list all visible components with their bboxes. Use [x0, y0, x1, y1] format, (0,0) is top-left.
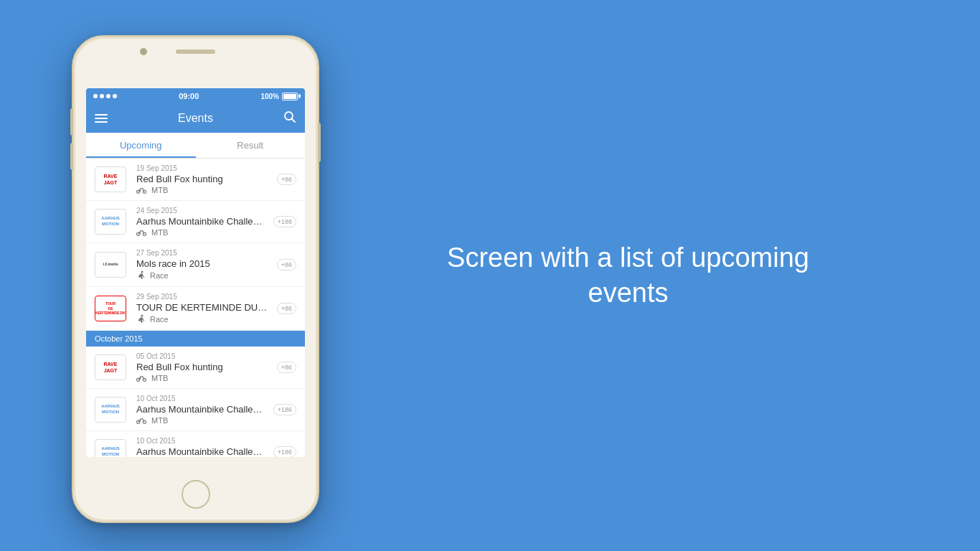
status-right: 100%: [260, 93, 298, 100]
phone-wrapper: 09:00 100% Events: [72, 35, 319, 523]
event-date: 29 Sep 2015: [136, 293, 270, 301]
promo-text-container: Screen with a list of upcoming events: [319, 240, 980, 311]
event-item[interactable]: TOURDEKERTEMINDE.DK 29 Sep 2015 TOUR DE …: [86, 287, 305, 331]
menu-line-3: [95, 121, 108, 123]
event-logo: i.f.mols: [95, 252, 129, 278]
svg-line-1: [291, 118, 295, 122]
event-logo: RAVEJAGT: [95, 354, 129, 380]
svg-point-13: [141, 315, 143, 317]
battery-percent: 100%: [260, 93, 279, 100]
logo-image: TOURDEKERTEMINDE.DK: [95, 296, 126, 321]
logo-image: RAVEJAGT: [95, 166, 126, 192]
logo-image: AARHUSMOTION: [95, 397, 126, 423]
home-button[interactable]: [182, 480, 210, 509]
event-type: Race: [136, 314, 270, 324]
event-badge: +186: [273, 446, 296, 457]
event-type: MTB: [136, 228, 266, 237]
menu-line-2: [95, 118, 108, 119]
event-type-label: Race: [150, 315, 169, 324]
event-item[interactable]: AARHUSMOTION 24 Sep 2015 Aarhus Mountain…: [86, 201, 305, 243]
signal-dot-2: [100, 94, 104, 98]
svg-line-15: [143, 319, 144, 321]
svg-point-5: [142, 188, 143, 189]
speaker: [176, 50, 215, 54]
search-button[interactable]: [283, 110, 296, 127]
event-date: 24 Sep 2015: [136, 207, 266, 215]
event-badge: +186: [273, 216, 296, 227]
tab-bar: Upcoming Result: [86, 133, 305, 159]
app-title: Events: [178, 112, 213, 125]
event-info: 29 Sep 2015 TOUR DE KERTEMINDE DURING...…: [136, 293, 270, 324]
events-list[interactable]: RAVEJAGT 19 Sep 2015 Red Bull Fox huntin…: [86, 159, 305, 457]
event-date: 05 Oct 2015: [136, 352, 270, 360]
phone-mockup: 09:00 100% Events: [72, 35, 319, 523]
event-info: 05 Oct 2015 Red Bull Fox hunting MTB: [136, 352, 270, 382]
event-badge: +86: [277, 174, 296, 185]
svg-line-12: [143, 276, 144, 278]
power-button: [318, 123, 321, 162]
event-info: 10 Oct 2015 Aarhus Mountainbike Challeng…: [136, 395, 266, 425]
phone-screen: 09:00 100% Events: [86, 88, 305, 457]
logo-image: i.f.mols: [95, 252, 126, 278]
volume-down-button: [70, 143, 73, 170]
event-date: 19 Sep 2015: [136, 164, 270, 172]
event-item[interactable]: AARHUSMOTION 10 Oct 2015 Aarhus Mountain…: [86, 389, 305, 431]
event-logo: TOURDEKERTEMINDE.DK: [95, 296, 129, 321]
event-item[interactable]: i.f.mols 27 Sep 2015 Mols race in 2015 R…: [86, 243, 305, 287]
event-item[interactable]: RAVEJAGT 05 Oct 2015 Red Bull Fox huntin…: [86, 347, 305, 389]
tab-upcoming[interactable]: Upcoming: [86, 133, 196, 158]
app-header: Events: [86, 104, 305, 133]
event-type: MTB: [136, 416, 266, 425]
svg-point-19: [142, 376, 143, 377]
svg-point-10: [141, 271, 143, 273]
event-info: 10 Oct 2015 Aarhus Mountainbike Challeng…: [136, 437, 266, 457]
volume-up-button: [70, 108, 73, 136]
event-badge: +86: [277, 259, 296, 270]
event-name: Mols race in 2015: [136, 258, 270, 269]
svg-point-23: [142, 418, 143, 419]
menu-button[interactable]: [95, 114, 108, 123]
event-type-label: MTB: [151, 228, 168, 237]
signal-dot-3: [106, 94, 110, 98]
event-badge: +186: [273, 404, 296, 415]
event-date: 27 Sep 2015: [136, 249, 270, 257]
signal-dot-1: [93, 94, 98, 98]
event-name: Aarhus Mountainbike Challenge: [136, 404, 266, 415]
event-type: MTB: [136, 186, 270, 194]
event-name: Red Bull Fox hunting: [136, 174, 270, 184]
event-type-label: MTB: [151, 186, 168, 194]
event-name: Red Bull Fox hunting: [136, 362, 270, 372]
logo-image: AARHUSMOTION: [95, 209, 126, 235]
event-logo: AARHUSMOTION: [95, 397, 129, 423]
section-header-oct2015: October 2015: [86, 331, 305, 347]
phone-top: [160, 45, 232, 58]
event-logo: RAVEJAGT: [95, 166, 129, 192]
event-info: 24 Sep 2015 Aarhus Mountainbike Challeng…: [136, 207, 266, 237]
front-camera: [140, 48, 147, 55]
promo-heading: Screen with a list of upcoming events: [431, 240, 826, 311]
event-logo: AARHUSMOTION: [95, 209, 129, 235]
menu-line-1: [95, 114, 108, 116]
scene: 09:00 100% Events: [0, 0, 980, 551]
event-date: 10 Oct 2015: [136, 437, 266, 445]
status-time: 09:00: [179, 92, 199, 100]
event-item[interactable]: AARHUSMOTION 10 Oct 2015 Aarhus Mountain…: [86, 431, 305, 457]
event-type-label: MTB: [151, 416, 168, 425]
signal-dot-4: [113, 94, 117, 98]
event-type-label: Race: [150, 271, 169, 280]
status-bar: 09:00 100%: [86, 88, 305, 104]
event-name: Aarhus Mountainbike Challenge: [136, 216, 266, 227]
svg-point-9: [142, 230, 143, 231]
event-type: Race: [136, 270, 270, 281]
battery-icon: [282, 93, 298, 100]
event-date: 10 Oct 2015: [136, 395, 266, 402]
battery-fill: [283, 94, 296, 99]
event-type: MTB: [136, 374, 270, 382]
event-name: Aarhus Mountainbike Challenge: [136, 446, 266, 457]
event-badge: +86: [277, 303, 296, 314]
event-logo: AARHUSMOTION: [95, 439, 129, 457]
event-item[interactable]: RAVEJAGT 19 Sep 2015 Red Bull Fox huntin…: [86, 159, 305, 201]
event-info: 19 Sep 2015 Red Bull Fox hunting MTB: [136, 164, 270, 194]
tab-result[interactable]: Result: [196, 133, 306, 158]
event-name: TOUR DE KERTEMINDE DURING...: [136, 302, 270, 313]
